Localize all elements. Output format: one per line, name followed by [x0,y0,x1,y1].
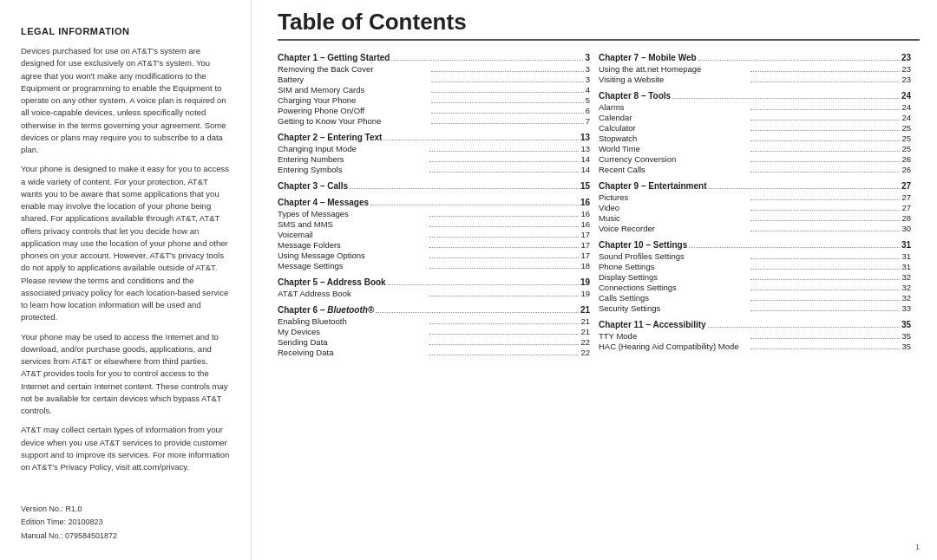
entry-title: Removing the Back Cover [278,64,429,74]
entry-title: Powering Phone On/Off [278,106,429,115]
entry-dots [429,237,580,238]
chapter-title: Chapter 7 – Mobile Web [599,53,697,62]
entry-dots [750,130,901,131]
right-panel: Table of Contents Chapter 1 – Getting St… [252,0,937,560]
toc-entry: Connections Settings32 [599,283,911,292]
entry-page: 27 [901,192,911,202]
entry-title: World Time [599,144,749,153]
chapter-page: 23 [901,53,911,62]
entry-title: SIM and Memory Cards [278,85,429,94]
toc-entry: Battery3 [278,75,590,84]
entry-page: 33 [901,303,911,313]
entry-dots [429,268,580,269]
entry-title: Entering Numbers [278,154,428,164]
entry-dots [750,151,901,152]
entry-title: Security Settings [599,303,749,313]
entry-title: Using Message Options [278,251,428,260]
heading-dots [391,60,583,61]
toc-col2: Chapter 7 – Mobile Web23Using the att.ne… [599,53,920,539]
chapter-heading: Chapter 10 – Settings31 [599,240,911,250]
entry-dots [429,334,580,335]
toc-entry: Message Folders17 [278,240,590,250]
entry-title: Stopwatch [599,133,749,143]
entry-page: 18 [580,261,590,270]
entry-dots [431,102,583,103]
chapter-title: Chapter 1 – Getting Started [278,53,390,62]
toc-entry: Alarms24 [599,102,911,112]
entry-title: HAC (Hearing Aid Compatibility) Mode [599,342,749,351]
entry-title: Changing Input Mode [278,144,428,153]
chapter-page: 3 [585,53,590,62]
toc-entry: Security Settings33 [599,303,911,313]
entry-title: Using the att.net Homepage [599,64,749,74]
toc-title: Table of Contents [278,9,920,41]
entry-title: Calendar [599,113,749,122]
entry-title: Voicemail [278,230,428,239]
entry-page: 23 [901,64,911,74]
heading-dots [698,60,900,61]
toc-entry: Receiving Data22 [278,348,590,357]
chapter-page: 16 [580,198,590,207]
entry-page: 21 [580,327,590,336]
entry-dots [750,231,901,231]
chapter-page: 27 [901,181,911,191]
toc-entry: Calendar24 [599,113,911,122]
entry-page: 35 [901,331,911,341]
edition-time: Edition Time: 20100823 [21,516,230,529]
toc-entry: Voicemail17 [278,230,590,239]
entry-dots [429,323,580,324]
heading-dots [708,188,899,189]
toc-entry: Changing Input Mode13 [278,144,590,153]
chapter-title: Chapter 2 – Entering Text [278,133,382,142]
entry-page: 25 [901,133,911,143]
entry-page: 19 [580,289,590,298]
entry-dots [750,109,901,110]
toc-entry: Currency Conversion26 [599,154,911,164]
entry-dots [429,216,580,217]
entry-title: Display Settings [599,272,749,282]
entry-page: 22 [580,337,590,347]
entry-page: 14 [580,154,590,164]
entry-dots [431,92,583,93]
chapter-page: 31 [901,240,911,250]
chapter-heading: Chapter 2 – Entering Text13 [278,133,590,142]
entry-page: 23 [901,75,911,84]
entry-dots [431,81,583,82]
entry-dots [750,199,901,200]
entry-page: 31 [901,262,911,271]
entry-dots [429,172,580,173]
toc-entry: Music28 [599,213,911,223]
entry-page: 17 [580,230,590,239]
entry-title: Voice Recorder [599,224,749,233]
entry-title: Visiting a Website [599,75,749,84]
entry-title: Receiving Data [278,348,428,357]
entry-page: 32 [901,283,911,292]
legal-title: LEGAL INFORMATION [21,26,230,36]
entry-page: 24 [901,113,911,122]
version-info: Version No.: R1.0 Edition Time: 20100823… [21,503,230,543]
entry-dots [429,257,580,258]
chapter-page: 19 [580,277,590,287]
entry-page: 17 [580,251,590,260]
entry-dots [750,172,901,173]
chapter-heading: Chapter 3 – Calls15 [278,181,590,191]
legal-section: LEGAL INFORMATION Devices purchased for … [21,26,230,480]
heading-dots [689,247,900,248]
toc-entry: Powering Phone On/Off6 [278,106,590,115]
entry-dots [431,71,583,72]
entry-page: 30 [901,224,911,233]
toc-entry: My Devices21 [278,327,590,336]
chapter-heading: Chapter 6 – Bluetooth®21 [278,305,590,315]
entry-dots [429,151,580,152]
toc-entry: Sending Data22 [278,337,590,347]
manual-number: Manual No.: 079584501872 [21,530,230,543]
toc-entry: Stopwatch25 [599,133,911,143]
toc-entry: SMS and MMS16 [278,219,590,229]
toc-col1: Chapter 1 – Getting Started3Removing the… [278,53,599,539]
entry-title: My Devices [278,327,428,336]
toc-entry: Message Settings18 [278,261,590,270]
entry-page: 13 [580,144,590,153]
entry-page: 27 [901,203,911,212]
entry-page: 26 [901,165,911,174]
entry-title: Entering Symbols [278,165,428,174]
